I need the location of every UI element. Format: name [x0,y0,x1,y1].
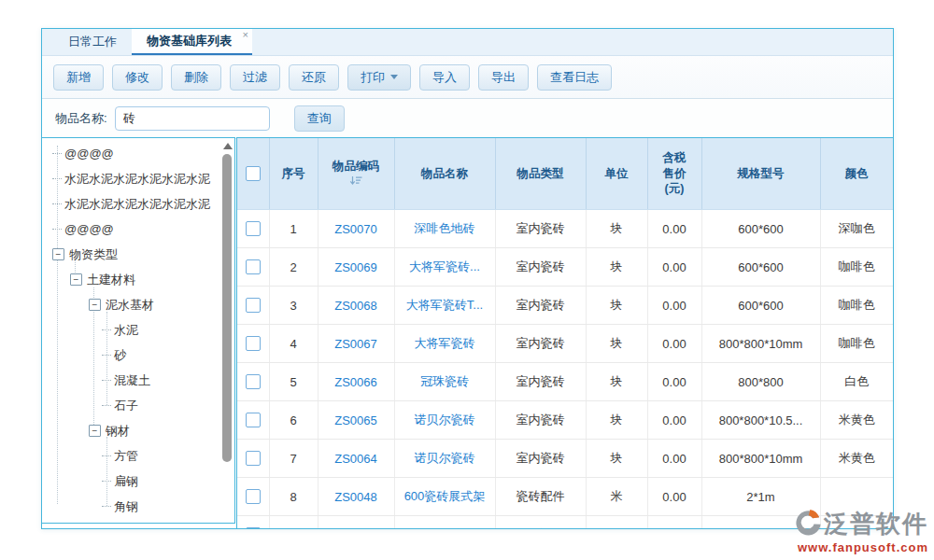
item-name-link[interactable]: 异行玻璃砖 [394,516,495,529]
item-name-link[interactable]: 诺贝尔瓷砖 [394,440,495,478]
cell-type: 室内瓷砖 [495,440,586,478]
row-checkbox[interactable] [246,413,261,427]
column-header-label: 规格型号 [703,166,819,182]
item-code-link[interactable]: ZS0048 [318,478,394,516]
tree-item[interactable]: −泥水基材 [42,292,220,317]
row-checkbox[interactable] [246,336,261,351]
tree-item[interactable]: 方管 [42,443,220,469]
modify-button[interactable]: 修改 [112,64,163,91]
tree-item-label: @@@@ [64,222,114,236]
item-code-link[interactable]: ZS0043 [318,516,394,529]
tab-daily-work-label: 日常工作 [68,34,117,50]
item-code-link[interactable]: ZS0066 [318,363,394,401]
tree-item[interactable]: 水泥水泥水泥水泥水泥水泥 [42,191,220,217]
tree-item[interactable]: −钢材 [42,418,220,443]
item-name-link[interactable]: 诺贝尔瓷砖 [394,401,495,440]
tree-panel: @@@@水泥水泥水泥水泥水泥水泥水泥水泥水泥水泥水泥水泥@@@@−物资类型−土建… [42,137,235,524]
close-icon[interactable]: × [243,30,248,40]
item-code-link[interactable]: ZS0064 [318,440,394,478]
view-log-button[interactable]: 查看日志 [537,64,612,91]
row-checkbox[interactable] [246,298,261,313]
cell-unit: 块 [586,363,647,401]
item-name-input[interactable] [115,106,270,131]
row-checkbox[interactable] [246,221,261,236]
row-checkbox[interactable] [246,489,261,504]
item-name-link[interactable]: 冠珠瓷砖 [394,363,495,401]
delete-button[interactable]: 删除 [171,64,221,91]
tree-item-label: 方管 [114,448,138,465]
tree-scrollbar[interactable] [221,140,234,521]
tree-item[interactable]: 砂 [42,343,220,368]
column-header[interactable]: 规格型号 [701,138,820,210]
tree-item[interactable]: 混凝土 [42,368,220,393]
export-button[interactable]: 导出 [478,64,529,91]
column-header[interactable]: 单位 [586,138,647,210]
cell-unit: 块 [586,440,647,478]
column-header[interactable]: 物品名称 [394,138,495,210]
tab-material-library[interactable]: 物资基础库列表 × [132,29,252,55]
column-header[interactable]: 颜色 [820,138,893,210]
scroll-up-icon[interactable] [223,143,233,149]
cell-seq: 3 [269,287,318,325]
select-all-header [237,138,269,210]
row-checkbox[interactable] [246,527,261,528]
item-code-link[interactable]: ZS0070 [318,210,394,248]
tree-item[interactable]: 角钢 [42,494,220,519]
cell-unit: 块 [586,287,647,325]
item-name-link[interactable]: 大将军瓷砖... [394,248,495,287]
tree-item[interactable]: 水泥水泥水泥水泥水泥水泥 [42,166,220,191]
item-name-link[interactable]: 600瓷砖展式架 [394,478,495,516]
cell-spec: 800*800*10mm [701,440,820,478]
column-header[interactable]: 物品类型 [495,138,586,210]
item-code-link[interactable]: ZS0067 [318,325,394,363]
collapse-icon[interactable]: − [52,248,64,260]
tree-item[interactable]: −土建材料 [42,267,220,292]
print-button[interactable]: 打印 [347,64,411,91]
column-header[interactable]: 物品编码 [318,138,394,210]
tree-item-label: 钢材 [106,423,130,440]
item-code-link[interactable]: ZS0065 [318,401,394,440]
collapse-icon[interactable]: − [89,425,101,437]
scrollbar-thumb[interactable] [222,154,232,462]
item-name-link[interactable]: 大将军瓷砖 [394,325,495,363]
logo-url[interactable]: www.fanpusoft.com [798,540,928,554]
tree-item[interactable]: 扁钢 [42,469,220,494]
cell-type: 室内瓷砖 [495,363,586,401]
tree-item[interactable]: 石子 [42,393,220,418]
tree-item[interactable]: −物资类型 [42,242,220,267]
tree-item-label: 土建材料 [87,272,135,288]
sort-icon[interactable] [319,175,393,189]
item-name-link[interactable]: 深啡色地砖 [394,210,495,248]
tree-item[interactable]: 水泥 [42,317,220,343]
column-header[interactable]: 序号 [269,138,318,210]
tree-connector-icon [102,455,111,457]
collapse-icon[interactable]: − [70,273,82,286]
search-row: 物品名称: 查询 [42,99,893,139]
row-checkbox[interactable] [246,374,261,389]
cell-type: 玻璃砖 [495,516,586,529]
select-all-checkbox[interactable] [246,166,261,181]
filter-button[interactable]: 过滤 [230,64,280,91]
tab-daily-work[interactable]: 日常工作 [53,29,132,55]
add-button[interactable]: 新增 [53,64,104,91]
cell-color: 咖啡色 [820,325,893,363]
tree: @@@@水泥水泥水泥水泥水泥水泥水泥水泥水泥水泥水泥水泥@@@@−物资类型−土建… [42,141,220,519]
table-body: 1ZS0070深啡色地砖室内瓷砖块0.00600*600深咖色2ZS0069大将… [237,210,893,529]
cell-type: 瓷砖配件 [495,478,586,516]
tree-connector-icon [102,329,111,331]
import-button[interactable]: 导入 [419,64,470,91]
restore-button[interactable]: 还原 [289,64,339,91]
cell-spec: 800*800*10.5... [701,401,820,440]
delete-button-label: 删除 [184,69,208,86]
tree-item[interactable]: @@@@ [42,141,220,166]
item-code-link[interactable]: ZS0069 [318,248,394,287]
query-button[interactable]: 查询 [294,105,345,132]
item-name-link[interactable]: 大将军瓷砖T... [394,287,495,325]
item-code-link[interactable]: ZS0068 [318,287,394,325]
tree-item[interactable]: @@@@ [42,217,220,242]
collapse-icon[interactable]: − [89,299,101,311]
column-header[interactable]: 含税 售价 (元) [647,138,701,210]
row-checkbox[interactable] [246,259,261,274]
tree-item-label: 砂 [114,347,126,364]
row-checkbox[interactable] [246,451,261,466]
